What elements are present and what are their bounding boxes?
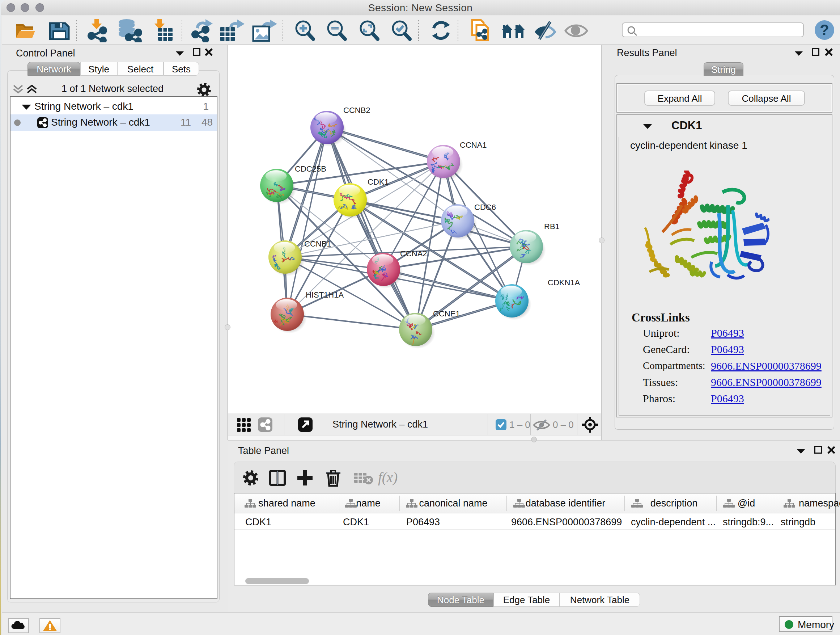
svg-text:?: ?	[820, 21, 829, 38]
